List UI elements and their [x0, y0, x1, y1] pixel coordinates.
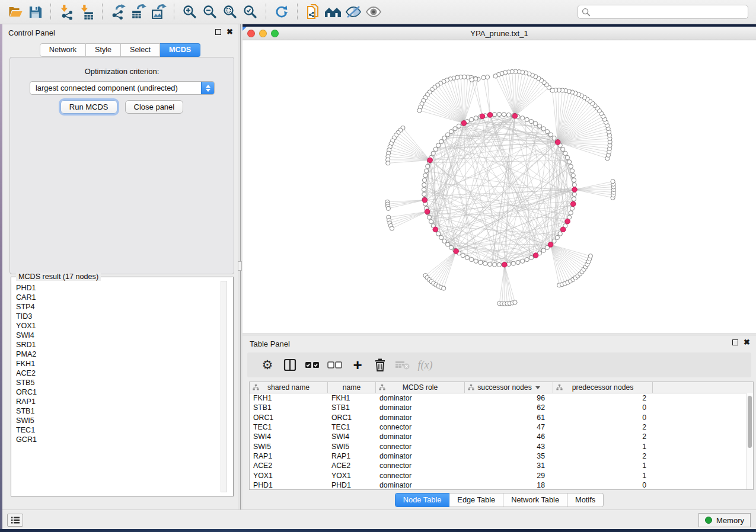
network-hub-node[interactable]: [560, 227, 566, 232]
zoom-selected-icon[interactable]: [240, 3, 260, 21]
network-node[interactable]: [449, 245, 453, 249]
network-node[interactable]: [529, 119, 533, 123]
control-panel-float-icon[interactable]: [215, 29, 221, 35]
table-scrollbar-thumb[interactable]: [748, 396, 752, 448]
network-leaf-node[interactable]: [470, 78, 474, 82]
network-leaf-node[interactable]: [611, 180, 615, 184]
network-node[interactable]: [474, 259, 478, 263]
save-session-icon[interactable]: [25, 3, 45, 21]
network-leaf-node[interactable]: [386, 161, 390, 165]
delete-rows-icon[interactable]: [369, 355, 391, 375]
mcds-result-item[interactable]: PMA2: [16, 350, 218, 359]
table-row[interactable]: SWI4SWI4dominator462: [250, 432, 753, 441]
network-node[interactable]: [511, 261, 515, 265]
close-panel-button[interactable]: Close panel: [125, 100, 184, 114]
zoom-fit-icon[interactable]: [220, 3, 240, 21]
hide-selected-eye-icon[interactable]: [343, 3, 363, 21]
network-node[interactable]: [453, 127, 457, 131]
network-node[interactable]: [436, 143, 441, 148]
task-history-button[interactable]: [7, 514, 23, 527]
network-from-document-icon[interactable]: [303, 3, 323, 21]
network-node[interactable]: [479, 260, 483, 264]
network-node[interactable]: [534, 121, 538, 126]
table-row[interactable]: FKH1FKH1dominator962: [250, 393, 753, 403]
mcds-result-item[interactable]: SWI5: [16, 416, 218, 425]
export-table-icon[interactable]: [128, 3, 148, 21]
network-hub-node[interactable]: [548, 242, 553, 248]
network-node[interactable]: [552, 136, 556, 140]
tab-edge-table[interactable]: Edge Table: [449, 493, 503, 507]
network-node[interactable]: [506, 113, 511, 117]
network-leaf-node[interactable]: [386, 206, 390, 210]
column-header-shared-name[interactable]: shared name: [250, 382, 328, 393]
network-node[interactable]: [431, 151, 435, 155]
network-node[interactable]: [572, 178, 576, 182]
network-leaf-node[interactable]: [550, 88, 554, 92]
network-hub-node[interactable]: [572, 187, 578, 193]
refresh-network-icon[interactable]: [272, 3, 292, 21]
mcds-result-item[interactable]: RAP1: [16, 397, 218, 406]
network-node[interactable]: [429, 219, 433, 223]
tab-style[interactable]: Style: [86, 43, 121, 57]
network-node[interactable]: [422, 182, 426, 187]
network-node[interactable]: [426, 164, 430, 168]
network-node[interactable]: [427, 215, 431, 219]
network-node[interactable]: [449, 130, 453, 134]
export-network-icon[interactable]: [108, 3, 128, 21]
network-node[interactable]: [502, 113, 506, 117]
network-node[interactable]: [525, 257, 529, 261]
network-view-titlebar[interactable]: YPA_prune.txt_1: [243, 27, 756, 40]
network-hub-node[interactable]: [555, 140, 560, 145]
column-header-name[interactable]: name: [328, 382, 376, 393]
network-node[interactable]: [541, 248, 546, 252]
import-network-icon[interactable]: [56, 3, 76, 21]
mcds-result-item[interactable]: TEC1: [16, 425, 218, 435]
network-leaf-node[interactable]: [417, 108, 422, 113]
network-leaf-node[interactable]: [493, 74, 497, 78]
table-row[interactable]: STB1STB1dominator620: [250, 403, 753, 412]
table-row[interactable]: RAP1RAP1dominator352: [250, 451, 753, 461]
column-header-successor-nodes[interactable]: successor nodes: [465, 382, 553, 393]
network-node[interactable]: [570, 169, 574, 173]
network-node[interactable]: [492, 262, 496, 267]
table-row[interactable]: YOX1YOX1connector291: [250, 470, 753, 480]
mcds-result-item[interactable]: CAR1: [16, 293, 218, 302]
search-box[interactable]: [578, 5, 748, 19]
network-hub-node[interactable]: [502, 262, 508, 267]
network-node[interactable]: [422, 192, 426, 196]
network-node[interactable]: [470, 257, 474, 261]
network-node[interactable]: [470, 117, 474, 121]
network-node[interactable]: [521, 259, 525, 263]
table-scrollbar[interactable]: [746, 393, 753, 489]
select-all-icon[interactable]: [301, 355, 324, 375]
function-builder-icon[interactable]: f(x): [414, 355, 436, 375]
run-mcds-button[interactable]: Run MCDS: [60, 100, 117, 114]
network-canvas[interactable]: [243, 40, 756, 334]
network-node[interactable]: [572, 192, 576, 196]
network-leaf-node[interactable]: [442, 286, 446, 290]
mcds-result-item[interactable]: SWI4: [16, 331, 218, 340]
tab-network-table[interactable]: Network Table: [503, 493, 567, 507]
network-hub-node[interactable]: [480, 114, 485, 119]
mcds-result-item[interactable]: ORC1: [16, 387, 218, 397]
table-row[interactable]: PHD1PHD1dominator180: [250, 480, 753, 490]
dropdown-stepper-icon[interactable]: [201, 82, 214, 94]
network-node[interactable]: [570, 206, 574, 210]
mcds-result-item[interactable]: PHD1: [16, 283, 218, 293]
delete-table-icon[interactable]: [391, 355, 414, 375]
network-node[interactable]: [521, 116, 525, 120]
network-hub-node[interactable]: [487, 113, 493, 118]
import-table-icon[interactable]: [76, 3, 97, 21]
table-row[interactable]: SWI5SWI5connector431: [250, 441, 753, 451]
network-node[interactable]: [442, 239, 446, 243]
network-node[interactable]: [445, 242, 449, 246]
network-node[interactable]: [436, 232, 441, 236]
mcds-result-item[interactable]: STB5: [16, 378, 218, 387]
network-node[interactable]: [561, 147, 565, 151]
network-node[interactable]: [572, 182, 576, 187]
network-hub-node[interactable]: [565, 219, 570, 224]
network-node[interactable]: [445, 133, 449, 137]
column-header-predecessor-nodes[interactable]: predecessor nodes: [553, 382, 653, 393]
network-node[interactable]: [439, 139, 444, 143]
table-panel-close-icon[interactable]: ✖: [744, 339, 750, 345]
